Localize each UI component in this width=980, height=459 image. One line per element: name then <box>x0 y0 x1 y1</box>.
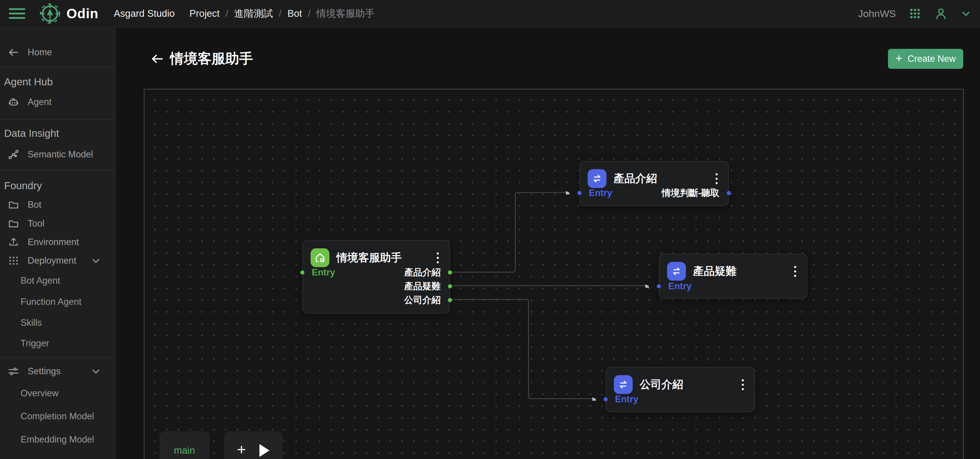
swap-arrows-icon <box>667 262 686 281</box>
breadcrumb-separator: / <box>226 8 228 19</box>
sidebar: Home Agent Hub Agent Data Insight Semant… <box>0 28 116 459</box>
sidebar-item-agent[interactable]: Agent <box>0 93 115 112</box>
node-title: 公司介紹 <box>640 377 683 392</box>
sidebar-item-settings[interactable]: Settings <box>0 362 115 381</box>
hamburger-menu-icon[interactable] <box>9 8 25 19</box>
swap-arrows-icon <box>588 169 606 188</box>
folder-icon <box>7 218 20 230</box>
entry-port-dot[interactable] <box>657 284 661 288</box>
edge-layer <box>145 89 964 459</box>
kebab-menu-icon[interactable] <box>739 378 747 392</box>
sliders-icon <box>7 365 20 377</box>
plus-icon: + <box>895 53 902 64</box>
odin-app: Odin Asgard Studio Project / 進階測試 / Bot … <box>0 0 980 459</box>
folder-icon <box>7 199 20 211</box>
port-output[interactable]: 產品疑難 <box>404 280 441 292</box>
output-port-dot[interactable] <box>448 270 452 274</box>
top-navbar: Odin Asgard Studio Project / 進階測試 / Bot … <box>0 0 980 28</box>
node-product-issue[interactable]: 產品疑難 Entry <box>659 253 807 299</box>
output-port-dot[interactable] <box>727 191 731 195</box>
port-output[interactable]: 公司介紹 <box>404 294 441 306</box>
entry-port-dot[interactable] <box>603 397 608 401</box>
swap-arrows-icon <box>614 375 633 394</box>
page-title: 情境客服助手 <box>170 49 253 68</box>
create-new-label: Create New <box>908 54 956 64</box>
bot-home-icon <box>310 248 329 267</box>
sidebar-item-label: Home <box>28 47 52 58</box>
canvas-toolbar: + <box>224 431 283 459</box>
port-output[interactable]: 產品介紹 <box>404 266 441 279</box>
breadcrumb-project[interactable]: Project <box>189 8 220 19</box>
node-title: 產品介紹 <box>614 171 657 186</box>
sidebar-item-label: Agent <box>28 97 51 107</box>
create-new-button[interactable]: + Create New <box>888 49 963 69</box>
studio-name[interactable]: Asgard Studio <box>114 8 175 19</box>
sidebar-item-label: Tool <box>28 218 45 229</box>
breadcrumb-current: 情境客服助手 <box>317 7 375 20</box>
sidebar-divider <box>0 357 115 358</box>
semantic-graph-icon <box>7 148 20 160</box>
sidebar-item-environment[interactable]: Environment <box>0 233 115 251</box>
sidebar-subitem-bot-agent[interactable]: Bot Agent <box>0 271 115 290</box>
sidebar-section-foundry: Foundry <box>0 176 115 195</box>
chevron-down-icon[interactable] <box>91 256 101 266</box>
sidebar-item-tool[interactable]: Tool <box>0 214 115 233</box>
upload-icon <box>7 236 20 248</box>
sidebar-subitem-function-agent[interactable]: Function Agent <box>0 292 115 311</box>
sidebar-section-agent-hub: Agent Hub <box>0 72 115 91</box>
add-branch-button[interactable]: + <box>237 442 246 457</box>
username: JohnWS <box>858 8 896 19</box>
odin-logo-icon[interactable] <box>38 1 62 26</box>
node-main-bot[interactable]: 情境客服助手 Entry 產品介紹 產品疑難 公司介紹 <box>302 240 450 314</box>
node-product-intro[interactable]: 產品介紹 Entry 情境判斷-聽取 <box>579 161 729 206</box>
sidebar-item-label: Semantic Model <box>28 149 93 160</box>
robot-icon <box>7 96 20 108</box>
kebab-menu-icon[interactable] <box>791 264 799 279</box>
node-title: 產品疑難 <box>693 264 737 279</box>
port-entry[interactable]: Entry <box>312 266 335 279</box>
sidebar-subitem-embedding-model[interactable]: Embedding Model <box>0 430 115 449</box>
node-title: 情境客服助手 <box>336 250 402 265</box>
entry-port-dot[interactable] <box>300 270 304 274</box>
app-grid-icon[interactable] <box>909 7 921 20</box>
node-company-intro[interactable]: 公司介紹 Entry <box>606 367 755 412</box>
kebab-menu-icon[interactable] <box>434 251 442 265</box>
sidebar-item-label: Environment <box>28 237 79 247</box>
output-port-dot[interactable] <box>448 284 452 288</box>
sidebar-item-deployment[interactable]: Deployment <box>0 251 115 270</box>
output-port-dot[interactable] <box>448 298 452 302</box>
kebab-menu-icon[interactable] <box>713 172 721 186</box>
sidebar-subitem-overview[interactable]: Overview <box>0 384 115 403</box>
sidebar-subitem-trigger[interactable]: Trigger <box>0 334 115 353</box>
port-entry[interactable]: Entry <box>668 280 692 292</box>
sidebar-divider <box>0 119 115 120</box>
port-entry[interactable]: Entry <box>615 393 638 405</box>
branch-tab-main[interactable]: main <box>159 431 209 459</box>
sidebar-item-label: Deployment <box>28 255 76 266</box>
user-profile-icon[interactable] <box>934 7 948 20</box>
breadcrumb-separator: / <box>308 8 310 19</box>
breadcrumb-separator: / <box>279 8 282 19</box>
chevron-down-icon[interactable] <box>91 366 101 376</box>
port-entry[interactable]: Entry <box>589 187 612 199</box>
run-play-button[interactable] <box>259 444 269 457</box>
sidebar-section-data-insight: Data Insight <box>0 124 115 143</box>
sidebar-item-bot[interactable]: Bot <box>0 195 115 214</box>
app-name: Odin <box>67 6 99 21</box>
sidebar-item-label: Settings <box>28 366 60 377</box>
sidebar-item-semantic-model[interactable]: Semantic Model <box>0 145 115 164</box>
chevron-down-icon[interactable] <box>961 8 971 19</box>
sidebar-item-home[interactable]: Home <box>0 44 115 61</box>
sidebar-divider <box>0 67 115 67</box>
breadcrumb: Project / 進階測試 / Bot / 情境客服助手 <box>189 7 375 20</box>
sidebar-subitem-skills[interactable]: Skills <box>0 313 115 332</box>
sidebar-subitem-completion-model[interactable]: Completion Model <box>0 407 115 426</box>
sidebar-item-label: Bot <box>28 199 41 210</box>
edge-main-to-company-intro <box>450 300 595 399</box>
entry-port-dot[interactable] <box>578 191 581 195</box>
breadcrumb-bot[interactable]: Bot <box>287 8 302 19</box>
back-arrow-button[interactable] <box>150 52 164 66</box>
flow-canvas[interactable]: 情境客服助手 Entry 產品介紹 產品疑難 公司介紹 產品介紹 <box>144 89 964 459</box>
port-output[interactable]: 情境判斷-聽取 <box>662 187 719 199</box>
breadcrumb-workspace[interactable]: 進階測試 <box>234 7 273 20</box>
